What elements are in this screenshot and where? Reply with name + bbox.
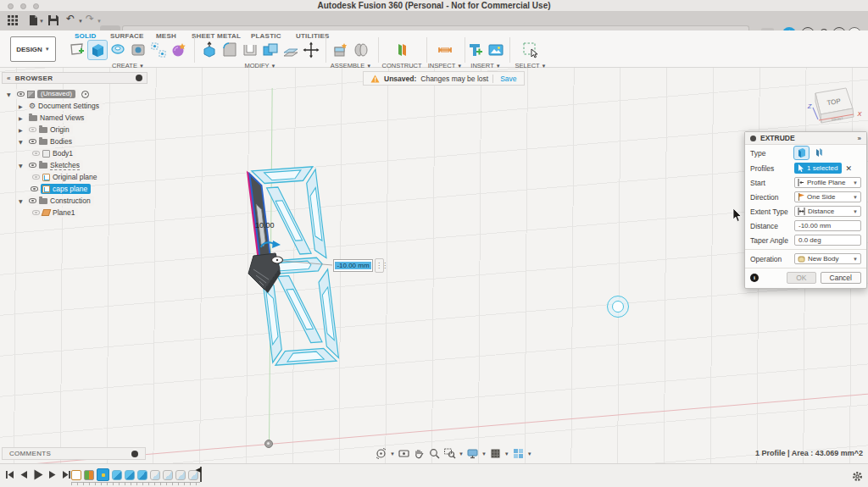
distance-input[interactable]: -10.00 mm bbox=[333, 259, 373, 272]
save-link[interactable]: Save bbox=[492, 75, 516, 83]
row-label-selected[interactable]: caps plane bbox=[53, 185, 87, 193]
direction-dropdown[interactable]: One Side▼ bbox=[794, 191, 861, 202]
visibility-eye-icon[interactable] bbox=[17, 91, 25, 97]
visibility-eye-icon[interactable] bbox=[29, 198, 36, 203]
browser-row-plane1[interactable]: Plane1 bbox=[2, 207, 147, 219]
info-icon[interactable]: i bbox=[750, 274, 759, 282]
insert-derive-icon[interactable] bbox=[466, 41, 485, 59]
timeline-extrude-feature[interactable] bbox=[112, 470, 122, 480]
new-component-icon[interactable] bbox=[331, 41, 350, 59]
timeline-extrude-feature[interactable] bbox=[125, 470, 135, 480]
row-label[interactable]: Bodies bbox=[50, 137, 72, 146]
expand-caret-icon[interactable]: ▶ bbox=[19, 127, 25, 133]
tab-plastic[interactable]: PLASTIC bbox=[251, 32, 281, 40]
visibility-eye-icon[interactable] bbox=[32, 151, 40, 156]
document-label[interactable]: (Unsaved) bbox=[37, 90, 75, 98]
extrude-solid-type-icon[interactable] bbox=[794, 147, 809, 159]
input-drag-grip-icon[interactable]: ⋮⋮ bbox=[375, 258, 384, 273]
comments-bar[interactable]: COMMENTS bbox=[2, 447, 146, 460]
row-label[interactable]: Named Views bbox=[40, 113, 84, 122]
dropdown-caret[interactable]: ▼ bbox=[459, 451, 464, 457]
collapse-panel-icon[interactable]: « bbox=[7, 75, 11, 82]
taper-angle-field[interactable]: 0.0 deg bbox=[794, 235, 861, 246]
visibility-eye-icon[interactable] bbox=[31, 186, 38, 191]
orbit-icon[interactable] bbox=[375, 447, 387, 460]
shell-icon[interactable] bbox=[241, 41, 259, 59]
timeline-construction-plane-feature[interactable] bbox=[84, 470, 94, 480]
dropdown-caret[interactable]: ▼ bbox=[481, 451, 487, 457]
profiles-selected-chip[interactable]: 1 selected bbox=[794, 163, 842, 174]
zoom-icon[interactable] bbox=[428, 447, 441, 460]
expand-caret-icon[interactable]: ▼ bbox=[7, 91, 13, 97]
operation-dropdown[interactable]: New Body▼ bbox=[794, 253, 861, 264]
display-settings-icon[interactable] bbox=[466, 447, 479, 460]
measure-icon[interactable] bbox=[436, 41, 454, 59]
comments-options-icon[interactable] bbox=[131, 451, 138, 457]
start-dropdown[interactable]: Profile Plane▼ bbox=[794, 177, 861, 188]
visibility-eye-icon[interactable] bbox=[32, 174, 40, 180]
row-label[interactable]: Original plane bbox=[53, 173, 97, 181]
browser-row-caps-plane[interactable]: caps plane bbox=[2, 183, 147, 195]
dropdown-caret[interactable]: ▼ bbox=[504, 451, 509, 457]
dropdown-caret[interactable]: ▼ bbox=[390, 451, 395, 457]
visibility-eye-icon[interactable] bbox=[29, 163, 36, 168]
timeline-sketch-feature[interactable] bbox=[71, 470, 81, 480]
create-sketch-icon[interactable] bbox=[68, 41, 86, 59]
dialog-grip-icon[interactable] bbox=[750, 136, 756, 141]
timeline-active-sketch-feature[interactable] bbox=[97, 468, 109, 481]
revolve-icon[interactable] bbox=[108, 41, 127, 59]
row-label[interactable]: Origin bbox=[50, 125, 70, 134]
browser-row-origin[interactable]: ▶ Origin bbox=[2, 124, 147, 136]
browser-row-body1[interactable]: Body1 bbox=[2, 147, 147, 159]
pan-icon[interactable] bbox=[413, 447, 426, 460]
browser-row-bodies[interactable]: ▼ Bodies bbox=[2, 136, 147, 147]
ok-button[interactable]: OK bbox=[787, 272, 815, 284]
create-form-icon[interactable] bbox=[170, 41, 188, 59]
timeline-rolled-back-feature[interactable] bbox=[163, 470, 173, 480]
visibility-eye-icon[interactable] bbox=[32, 210, 40, 215]
tab-utilities[interactable]: UTILITIES bbox=[296, 32, 330, 40]
extrude-thin-type-icon[interactable] bbox=[812, 147, 826, 159]
tab-surface[interactable]: SURFACE bbox=[110, 32, 144, 40]
row-label[interactable]: Sketches bbox=[50, 161, 80, 170]
hole-icon[interactable] bbox=[129, 41, 147, 59]
combine-icon[interactable] bbox=[261, 41, 280, 59]
go-to-end-icon[interactable] bbox=[62, 470, 71, 479]
fillet-icon[interactable] bbox=[220, 41, 239, 59]
timeline-extrude-feature[interactable] bbox=[137, 470, 147, 480]
expand-caret-icon[interactable]: ▶ bbox=[19, 115, 25, 121]
expand-caret-icon[interactable]: ▼ bbox=[19, 198, 25, 204]
distance-field[interactable]: -10.00 mm bbox=[794, 220, 861, 231]
visibility-eye-icon[interactable] bbox=[29, 139, 36, 144]
save-icon[interactable] bbox=[47, 14, 61, 28]
data-panel-grid-icon[interactable] bbox=[7, 14, 20, 28]
clear-selection-icon[interactable]: ✕ bbox=[845, 164, 852, 173]
grid-settings-icon[interactable] bbox=[489, 447, 502, 460]
distance-input-value[interactable]: -10.00 mm bbox=[335, 262, 370, 269]
row-label[interactable]: Body1 bbox=[53, 149, 73, 158]
insert-image-icon[interactable] bbox=[487, 41, 505, 59]
browser-row-document-settings[interactable]: ▶ ⚙Document Settings bbox=[2, 100, 147, 112]
extrude-icon[interactable] bbox=[88, 41, 107, 59]
look-at-icon[interactable] bbox=[398, 447, 410, 460]
tab-mesh[interactable]: MESH bbox=[156, 32, 176, 40]
expand-caret-icon[interactable]: ▼ bbox=[19, 139, 25, 145]
zoom-window-icon[interactable] bbox=[443, 447, 456, 460]
workspace-switcher-button[interactable]: DESIGN▼ bbox=[10, 36, 56, 62]
timeline-rolled-back-feature[interactable] bbox=[175, 470, 186, 480]
offset-face-icon[interactable] bbox=[281, 41, 300, 59]
expand-caret-icon[interactable]: ▶ bbox=[19, 103, 25, 109]
sketch-circle[interactable] bbox=[607, 296, 629, 318]
cancel-button[interactable]: Cancel bbox=[821, 272, 861, 284]
browser-options-icon[interactable] bbox=[136, 75, 142, 81]
pattern-icon[interactable] bbox=[149, 41, 168, 59]
timeline-settings-gear-icon[interactable] bbox=[852, 470, 863, 485]
row-label[interactable]: Construction bbox=[50, 196, 91, 205]
play-icon[interactable] bbox=[33, 469, 43, 480]
browser-row-named-views[interactable]: ▶ Named Views bbox=[2, 112, 147, 124]
joint-icon[interactable] bbox=[352, 41, 370, 59]
browser-row-document[interactable]: ▼ (Unsaved) bbox=[2, 88, 147, 100]
timeline-rolled-back-feature[interactable] bbox=[150, 470, 160, 480]
tab-sheet-metal[interactable]: SHEET METAL bbox=[192, 32, 241, 40]
dropdown-caret[interactable]: ▼ bbox=[527, 451, 532, 457]
